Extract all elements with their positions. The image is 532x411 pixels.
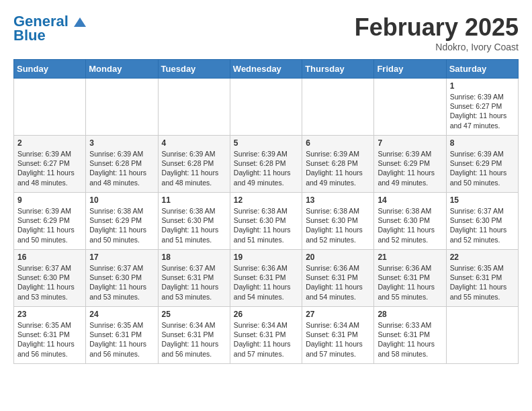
logo-icon xyxy=(74,17,86,27)
page-header: General Blue February 2025 Ndokro, Ivory… xyxy=(13,13,519,52)
day-info: Sunrise: 6:35 AM Sunset: 6:31 PM Dayligh… xyxy=(89,320,154,359)
calendar-cell: 11Sunrise: 6:38 AM Sunset: 6:30 PM Dayli… xyxy=(158,193,230,250)
calendar-cell: 6Sunrise: 6:39 AM Sunset: 6:28 PM Daylig… xyxy=(302,136,374,193)
day-info: Sunrise: 6:33 AM Sunset: 6:31 PM Dayligh… xyxy=(378,320,442,359)
calendar: SundayMondayTuesdayWednesdayThursdayFrid… xyxy=(13,59,519,364)
calendar-cell: 19Sunrise: 6:36 AM Sunset: 6:31 PM Dayli… xyxy=(230,250,302,307)
logo-blue: Blue xyxy=(13,27,46,44)
day-info: Sunrise: 6:38 AM Sunset: 6:30 PM Dayligh… xyxy=(378,206,442,244)
day-info: Sunrise: 6:39 AM Sunset: 6:27 PM Dayligh… xyxy=(450,92,515,130)
calendar-cell xyxy=(86,79,158,136)
day-info: Sunrise: 6:39 AM Sunset: 6:29 PM Dayligh… xyxy=(450,149,515,187)
day-info: Sunrise: 6:37 AM Sunset: 6:30 PM Dayligh… xyxy=(89,263,154,302)
calendar-cell: 22Sunrise: 6:35 AM Sunset: 6:31 PM Dayli… xyxy=(446,250,518,307)
day-info: Sunrise: 6:35 AM Sunset: 6:31 PM Dayligh… xyxy=(17,320,82,359)
day-number: 7 xyxy=(378,138,442,148)
calendar-cell xyxy=(446,307,518,364)
day-number: 12 xyxy=(234,195,298,205)
day-info: Sunrise: 6:38 AM Sunset: 6:30 PM Dayligh… xyxy=(162,206,226,244)
day-info: Sunrise: 6:37 AM Sunset: 6:30 PM Dayligh… xyxy=(17,263,82,302)
calendar-cell: 7Sunrise: 6:39 AM Sunset: 6:29 PM Daylig… xyxy=(374,136,446,193)
svg-marker-0 xyxy=(74,17,86,27)
day-info: Sunrise: 6:37 AM Sunset: 6:30 PM Dayligh… xyxy=(450,206,515,244)
day-info: Sunrise: 6:36 AM Sunset: 6:31 PM Dayligh… xyxy=(234,263,298,302)
calendar-cell: 10Sunrise: 6:38 AM Sunset: 6:29 PM Dayli… xyxy=(86,193,158,250)
day-info: Sunrise: 6:39 AM Sunset: 6:28 PM Dayligh… xyxy=(162,149,226,187)
calendar-header-friday: Friday xyxy=(374,60,446,79)
day-number: 28 xyxy=(378,310,442,319)
month-title: February 2025 xyxy=(355,13,519,42)
calendar-cell: 20Sunrise: 6:36 AM Sunset: 6:31 PM Dayli… xyxy=(302,250,374,307)
calendar-cell: 12Sunrise: 6:38 AM Sunset: 6:30 PM Dayli… xyxy=(230,193,302,250)
day-number: 6 xyxy=(306,138,370,148)
calendar-cell: 4Sunrise: 6:39 AM Sunset: 6:28 PM Daylig… xyxy=(158,136,230,193)
logo: General Blue xyxy=(13,13,86,44)
calendar-header-tuesday: Tuesday xyxy=(158,60,230,79)
day-info: Sunrise: 6:39 AM Sunset: 6:27 PM Dayligh… xyxy=(17,149,82,187)
day-number: 17 xyxy=(89,253,154,262)
day-number: 25 xyxy=(162,310,226,319)
day-info: Sunrise: 6:36 AM Sunset: 6:31 PM Dayligh… xyxy=(378,263,442,302)
day-info: Sunrise: 6:39 AM Sunset: 6:28 PM Dayligh… xyxy=(306,149,370,187)
day-info: Sunrise: 6:34 AM Sunset: 6:31 PM Dayligh… xyxy=(162,320,226,359)
day-info: Sunrise: 6:34 AM Sunset: 6:31 PM Dayligh… xyxy=(234,320,298,359)
location: Ndokro, Ivory Coast xyxy=(355,42,519,52)
calendar-cell: 14Sunrise: 6:38 AM Sunset: 6:30 PM Dayli… xyxy=(374,193,446,250)
day-info: Sunrise: 6:38 AM Sunset: 6:29 PM Dayligh… xyxy=(89,206,154,244)
day-number: 3 xyxy=(89,138,154,148)
day-info: Sunrise: 6:38 AM Sunset: 6:30 PM Dayligh… xyxy=(234,206,298,244)
day-number: 8 xyxy=(450,138,515,148)
day-info: Sunrise: 6:39 AM Sunset: 6:28 PM Dayligh… xyxy=(89,149,154,187)
day-number: 1 xyxy=(450,81,515,91)
calendar-week-row: 9Sunrise: 6:39 AM Sunset: 6:29 PM Daylig… xyxy=(14,193,519,250)
calendar-cell: 18Sunrise: 6:37 AM Sunset: 6:31 PM Dayli… xyxy=(158,250,230,307)
day-number: 9 xyxy=(17,195,82,205)
day-info: Sunrise: 6:39 AM Sunset: 6:29 PM Dayligh… xyxy=(17,206,82,244)
calendar-cell: 27Sunrise: 6:34 AM Sunset: 6:31 PM Dayli… xyxy=(302,307,374,364)
day-info: Sunrise: 6:39 AM Sunset: 6:29 PM Dayligh… xyxy=(378,149,442,187)
calendar-header-saturday: Saturday xyxy=(446,60,518,79)
day-number: 26 xyxy=(234,310,298,319)
calendar-cell xyxy=(158,79,230,136)
calendar-week-row: 2Sunrise: 6:39 AM Sunset: 6:27 PM Daylig… xyxy=(14,136,519,193)
day-number: 27 xyxy=(306,310,370,319)
calendar-cell: 5Sunrise: 6:39 AM Sunset: 6:28 PM Daylig… xyxy=(230,136,302,193)
day-info: Sunrise: 6:35 AM Sunset: 6:31 PM Dayligh… xyxy=(450,263,515,302)
calendar-week-row: 16Sunrise: 6:37 AM Sunset: 6:30 PM Dayli… xyxy=(14,250,519,307)
calendar-cell xyxy=(14,79,86,136)
day-info: Sunrise: 6:38 AM Sunset: 6:30 PM Dayligh… xyxy=(306,206,370,244)
calendar-cell: 13Sunrise: 6:38 AM Sunset: 6:30 PM Dayli… xyxy=(302,193,374,250)
calendar-cell: 23Sunrise: 6:35 AM Sunset: 6:31 PM Dayli… xyxy=(14,307,86,364)
day-number: 23 xyxy=(17,310,82,319)
calendar-cell: 16Sunrise: 6:37 AM Sunset: 6:30 PM Dayli… xyxy=(14,250,86,307)
day-number: 20 xyxy=(306,253,370,262)
calendar-cell xyxy=(302,79,374,136)
calendar-cell xyxy=(230,79,302,136)
day-info: Sunrise: 6:39 AM Sunset: 6:28 PM Dayligh… xyxy=(234,149,298,187)
day-info: Sunrise: 6:36 AM Sunset: 6:31 PM Dayligh… xyxy=(306,263,370,302)
day-number: 22 xyxy=(450,253,515,262)
day-number: 13 xyxy=(306,195,370,205)
calendar-cell: 21Sunrise: 6:36 AM Sunset: 6:31 PM Dayli… xyxy=(374,250,446,307)
calendar-header-monday: Monday xyxy=(86,60,158,79)
calendar-week-row: 1Sunrise: 6:39 AM Sunset: 6:27 PM Daylig… xyxy=(14,79,519,136)
day-number: 5 xyxy=(234,138,298,148)
calendar-header-sunday: Sunday xyxy=(14,60,86,79)
calendar-cell: 28Sunrise: 6:33 AM Sunset: 6:31 PM Dayli… xyxy=(374,307,446,364)
calendar-cell: 15Sunrise: 6:37 AM Sunset: 6:30 PM Dayli… xyxy=(446,193,518,250)
calendar-header-row: SundayMondayTuesdayWednesdayThursdayFrid… xyxy=(14,60,519,79)
day-number: 19 xyxy=(234,253,298,262)
day-info: Sunrise: 6:34 AM Sunset: 6:31 PM Dayligh… xyxy=(306,320,370,359)
day-number: 11 xyxy=(162,195,226,205)
day-number: 14 xyxy=(378,195,442,205)
calendar-header-thursday: Thursday xyxy=(302,60,374,79)
calendar-cell: 24Sunrise: 6:35 AM Sunset: 6:31 PM Dayli… xyxy=(86,307,158,364)
calendar-cell: 9Sunrise: 6:39 AM Sunset: 6:29 PM Daylig… xyxy=(14,193,86,250)
day-number: 18 xyxy=(162,253,226,262)
title-block: February 2025 Ndokro, Ivory Coast xyxy=(355,13,519,52)
calendar-cell: 3Sunrise: 6:39 AM Sunset: 6:28 PM Daylig… xyxy=(86,136,158,193)
day-number: 15 xyxy=(450,195,515,205)
calendar-header-wednesday: Wednesday xyxy=(230,60,302,79)
calendar-cell xyxy=(374,79,446,136)
day-number: 2 xyxy=(17,138,82,148)
